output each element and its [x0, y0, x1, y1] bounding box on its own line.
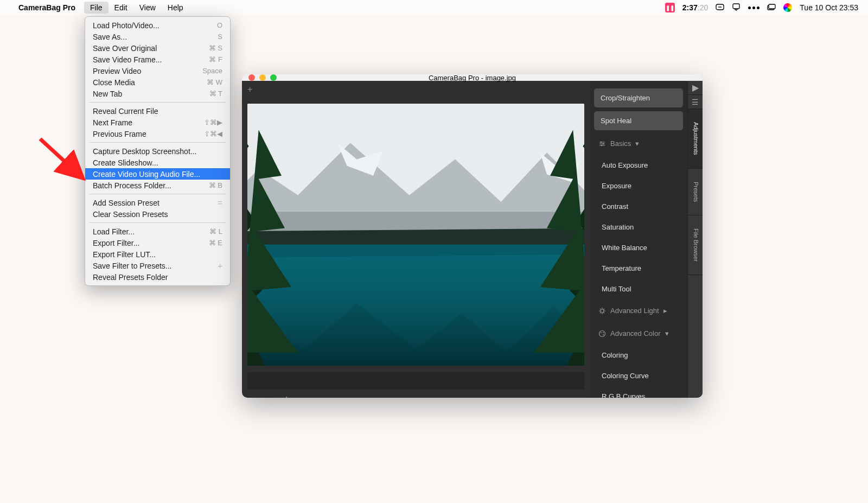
exposure-item[interactable]: Exposure	[594, 177, 683, 194]
menu-create-video-using-audio-file[interactable]: Create Video Using Audio File...	[85, 168, 230, 180]
menu-save-filter-to-presets[interactable]: Save Filter to Presets...+	[85, 260, 230, 271]
adjustments-sidebar: Crop/Straighten Spot Heal Basics ▾ Auto …	[590, 81, 687, 398]
menu-save-as[interactable]: Save As...S	[85, 31, 230, 42]
menu-help[interactable]: Help	[162, 2, 189, 14]
chevron-down-icon: ▾	[635, 139, 639, 148]
menu-previous-frame[interactable]: Previous Frame⇧⌘◀	[85, 128, 230, 139]
contrast-item[interactable]: Contrast	[594, 198, 683, 215]
svg-point-14	[603, 334, 604, 335]
menu-close-media[interactable]: Close Media⌘ W	[85, 77, 230, 88]
siri-icon[interactable]	[783, 3, 792, 12]
menubar-datetime[interactable]: Tue 10 Oct 23:53	[800, 3, 858, 12]
coloring-curve-item[interactable]: Coloring Curve	[594, 367, 683, 384]
menu-add-session-preset[interactable]: Add Session Preset=	[85, 197, 230, 208]
menubar-more-icon[interactable]	[748, 7, 760, 9]
basics-section-header[interactable]: Basics ▾	[594, 134, 683, 153]
app-name[interactable]: CameraBag Pro	[18, 3, 75, 12]
menu-load-photo[interactable]: Load Photo/Video...O	[85, 20, 230, 31]
power-icon[interactable]: ⏻	[283, 397, 290, 398]
next-icon[interactable]: ›	[273, 397, 276, 398]
menu-batch-process-folder[interactable]: Batch Process Folder...⌘ B	[85, 180, 230, 191]
canvas-tabbar: +	[242, 81, 590, 98]
annotation-arrow-icon	[36, 135, 90, 189]
svg-point-12	[601, 332, 602, 333]
hamburger-icon[interactable]: ☰	[688, 95, 703, 109]
app-window: CameraBag Pro - image.jpg +	[242, 74, 703, 398]
window-maximize-button[interactable]	[270, 74, 277, 81]
menu-reveal-current-file[interactable]: Reveal Current File	[85, 105, 230, 117]
menubar-right: ❚❚ 2:37:20 Tue 10 Oct 23:53	[665, 3, 858, 13]
white-balance-item[interactable]: White Balance	[594, 239, 683, 256]
menu-save-video-frame[interactable]: Save Video Frame...⌘ F	[85, 54, 230, 65]
menubar-icon-1[interactable]	[716, 3, 724, 13]
sun-icon	[598, 307, 606, 315]
auto-exposure-item[interactable]: Auto Exposure	[594, 157, 683, 174]
recording-time: 2:37:20	[682, 3, 709, 12]
temperature-item[interactable]: Temperature	[594, 260, 683, 277]
coloring-item[interactable]: Coloring	[594, 347, 683, 364]
menu-capture-desktop-screenshot[interactable]: Capture Desktop Screenshot...	[85, 145, 230, 157]
menu-next-frame[interactable]: Next Frame⇧⌘▶	[85, 117, 230, 128]
menu-preview-video[interactable]: Preview VideoSpace	[85, 65, 230, 77]
menu-create-slideshow[interactable]: Create Slideshow...	[85, 157, 230, 168]
svg-point-13	[603, 332, 604, 333]
menubar-icon-2[interactable]	[732, 3, 741, 13]
sliders-icon	[598, 140, 606, 148]
canvas-area: +	[242, 81, 590, 398]
tab-presets[interactable]: Presets	[688, 169, 703, 215]
canvas-main: ▼ ‹ › ⏻ ✕	[242, 98, 590, 398]
timeline-bar[interactable]	[247, 372, 584, 390]
pause-recording-icon[interactable]: ❚❚	[665, 3, 675, 12]
menu-new-tab[interactable]: New Tab⌘ T	[85, 88, 230, 99]
prev-icon[interactable]: ‹	[264, 397, 266, 398]
menu-load-filter[interactable]: Load Filter...⌘ L	[85, 226, 230, 237]
window-title: CameraBag Pro - image.jpg	[242, 74, 703, 82]
crop-straighten-button[interactable]: Crop/Straighten	[594, 88, 683, 107]
close-icon[interactable]: ✕	[297, 397, 303, 398]
menu-separator	[90, 102, 226, 103]
canvas-bottom-bar: ▼ ‹ › ⏻ ✕	[247, 394, 584, 398]
add-tab-button[interactable]: +	[247, 85, 252, 94]
multi-tool-item[interactable]: Multi Tool	[594, 281, 683, 297]
svg-rect-1	[733, 4, 739, 9]
macos-menubar: CameraBag Pro File Edit View Help ❚❚ 2:3…	[0, 0, 868, 15]
menu-separator	[90, 142, 226, 143]
window-close-button[interactable]	[248, 74, 255, 81]
menu-view[interactable]: View	[133, 2, 162, 14]
window-minimize-button[interactable]	[259, 74, 266, 81]
menu-reveal-presets-folder[interactable]: Reveal Presets Folder	[85, 271, 230, 283]
app-body: +	[242, 81, 703, 398]
svg-line-4	[40, 139, 80, 176]
menu-clear-session-presets[interactable]: Clear Session Presets	[85, 208, 230, 220]
file-menu-dropdown: Load Photo/Video...O Save As...S Save Ov…	[85, 16, 231, 286]
image-preview[interactable]	[247, 104, 584, 366]
tab-file-browser[interactable]: File Browser	[688, 215, 703, 275]
menu-separator	[90, 222, 226, 223]
spot-heal-button[interactable]: Spot Heal	[594, 111, 683, 130]
menu-edit[interactable]: Edit	[108, 2, 133, 14]
chevron-right-icon: ▸	[663, 307, 667, 315]
right-tab-strip: ▶ ☰ Adjustments Presets File Browser	[687, 81, 703, 398]
dropdown-icon[interactable]: ▼	[250, 397, 256, 398]
collapse-arrow-icon[interactable]: ▶	[688, 81, 703, 95]
window-traffic-lights	[248, 74, 277, 81]
advanced-color-section-header[interactable]: Advanced Color ▾	[594, 324, 683, 343]
menubar-icon-3[interactable]	[767, 3, 776, 13]
svg-point-11	[599, 330, 605, 336]
tab-adjustments[interactable]: Adjustments	[688, 109, 703, 169]
menu-file[interactable]: File	[84, 2, 108, 14]
svg-rect-3	[769, 4, 775, 9]
svg-point-7	[601, 141, 602, 143]
svg-point-9	[601, 144, 603, 146]
svg-point-8	[603, 143, 604, 144]
window-titlebar[interactable]: CameraBag Pro - image.jpg	[242, 74, 703, 81]
menu-export-filter-lut[interactable]: Export Filter LUT...	[85, 249, 230, 260]
svg-point-10	[601, 309, 604, 313]
menu-separator	[90, 194, 226, 194]
advanced-light-section-header[interactable]: Advanced Light ▸	[594, 301, 683, 320]
chevron-down-icon: ▾	[665, 329, 669, 338]
menu-export-filter[interactable]: Export Filter...⌘ E	[85, 237, 230, 249]
rgb-curves-item[interactable]: R,G,B Curves	[594, 388, 683, 398]
menu-save-over-original[interactable]: Save Over Original⌘ S	[85, 42, 230, 54]
saturation-item[interactable]: Saturation	[594, 219, 683, 235]
